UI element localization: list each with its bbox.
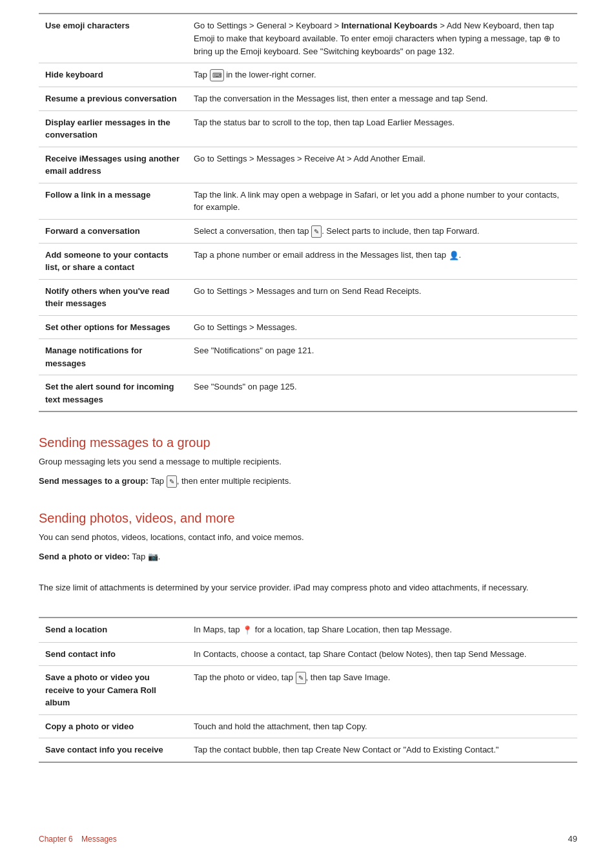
action-label: Resume a previous conversation (39, 87, 187, 111)
action-description: Tap the status bar to scroll to the top,… (187, 110, 577, 147)
action-description: In Maps, tap 📍 for a location, tap Share… (187, 618, 577, 642)
table-row: Add someone to your contacts list, or sh… (39, 243, 577, 279)
action-description: See "Notifications" on page 121. (187, 339, 577, 375)
section-group-heading: Sending messages to a group (39, 435, 577, 450)
action-label: Copy a photo or video (39, 714, 187, 738)
section-photos-action: Send a photo or video: Tap 📷. (39, 550, 577, 563)
table-row: Display earlier messages in the conversa… (39, 110, 577, 147)
footer-page-number: 49 (568, 834, 577, 844)
table-row: Resume a previous conversation Tap the c… (39, 87, 577, 111)
footer-chapter-info: Chapter 6 Messages (39, 835, 117, 844)
section-photos-body: The size limit of attachments is determi… (39, 581, 577, 594)
action-label: Save a photo or video you receive to you… (39, 666, 187, 715)
table-row: Save a photo or video you receive to you… (39, 666, 577, 715)
section-group: Sending messages to a group Group messag… (39, 435, 577, 488)
action-description: Go to Settings > Messages > Receive At >… (187, 147, 577, 183)
action-label-group: Send messages to a group: (39, 476, 149, 486)
section-photos-heading: Sending photos, videos, and more (39, 511, 577, 526)
table-row: Copy a photo or video Touch and hold the… (39, 714, 577, 738)
camera-icon: 📷 (148, 550, 158, 563)
table-row: Set the alert sound for incoming text me… (39, 375, 577, 412)
footer-chapter-label: Chapter 6 (39, 835, 73, 844)
action-description: Go to Settings > Messages and turn on Se… (187, 279, 577, 315)
table-row: Hide keyboard Tap ⌨ in the lower-right c… (39, 63, 577, 87)
footer-chapter-name: Messages (81, 835, 117, 844)
keyboard-icon: ⌨ (210, 69, 224, 81)
section-photos: Sending photos, videos, and more You can… (39, 511, 577, 594)
action-label: Add someone to your contacts list, or sh… (39, 243, 187, 279)
action-label: Use emoji characters (39, 14, 187, 63)
action-label: Manage notifications for messages (39, 339, 187, 375)
action-description: Tap ⌨ in the lower-right corner. (187, 63, 577, 87)
action-label: Send contact info (39, 642, 187, 666)
table-row: Save contact info you receive Tap the co… (39, 738, 577, 762)
action-label: Hide keyboard (39, 63, 187, 87)
bottom-features-table: Send a location In Maps, tap 📍 for a loc… (39, 617, 577, 762)
section-group-action: Send messages to a group: Tap ✎, then en… (39, 475, 577, 488)
maps-icon: 📍 (242, 624, 252, 637)
action-description: Tap the link. A link may open a webpage … (187, 183, 577, 219)
table-row: Manage notifications for messages See "N… (39, 339, 577, 375)
compose-icon: ✎ (167, 475, 177, 488)
action-label: Receive iMessages using another email ad… (39, 147, 187, 183)
action-description: See "Sounds" on page 125. (187, 375, 577, 412)
action-description: Select a conversation, then tap ✎. Selec… (187, 219, 577, 243)
action-label: Forward a conversation (39, 219, 187, 243)
table-row: Forward a conversation Select a conversa… (39, 219, 577, 243)
action-description: Touch and hold the attachment, then tap … (187, 714, 577, 738)
action-label: Set the alert sound for incoming text me… (39, 375, 187, 412)
action-description: Tap the conversation in the Messages lis… (187, 87, 577, 111)
globe-icon: ⊕ (544, 32, 551, 45)
action-label: Notify others when you've read their mes… (39, 279, 187, 315)
top-features-table: Use emoji characters Go to Settings > Ge… (39, 13, 577, 412)
table-row: Follow a link in a message Tap the link.… (39, 183, 577, 219)
action-label-photo: Send a photo or video: (39, 552, 130, 561)
action-label: Save contact info you receive (39, 738, 187, 762)
table-row: Receive iMessages using another email ad… (39, 147, 577, 183)
action-label: Send a location (39, 618, 187, 642)
table-row: Set other options for Messages Go to Set… (39, 315, 577, 339)
action-description: Go to Settings > General > Keyboard > In… (187, 14, 577, 63)
table-row: Send a location In Maps, tap 📍 for a loc… (39, 618, 577, 642)
page-footer: Chapter 6 Messages 49 (0, 834, 616, 844)
action-description: Tap a phone number or email address in t… (187, 243, 577, 279)
table-row: Notify others when you've read their mes… (39, 279, 577, 315)
person-icon: 👤 (449, 249, 459, 262)
edit-icon: ✎ (296, 672, 306, 684)
section-photos-intro: You can send photos, videos, locations, … (39, 531, 577, 544)
action-label: Set other options for Messages (39, 315, 187, 339)
action-description: Tap the contact bubble, then tap Create … (187, 738, 577, 762)
action-description: In Contacts, choose a contact, tap Share… (187, 642, 577, 666)
action-description: Tap the photo or video, tap ✎, then tap … (187, 666, 577, 715)
action-label: Display earlier messages in the conversa… (39, 110, 187, 147)
action-description: Go to Settings > Messages. (187, 315, 577, 339)
section-group-intro: Group messaging lets you send a message … (39, 455, 577, 468)
edit-icon: ✎ (311, 225, 322, 238)
action-label: Follow a link in a message (39, 183, 187, 219)
table-row: Send contact info In Contacts, choose a … (39, 642, 577, 666)
table-row: Use emoji characters Go to Settings > Ge… (39, 14, 577, 63)
